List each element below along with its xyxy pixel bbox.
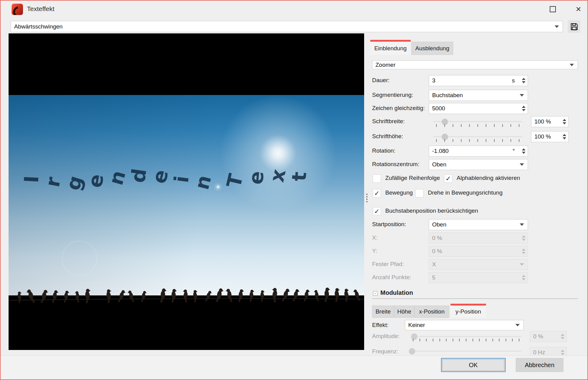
schriftbreite-value-field[interactable]: 100 % [531, 116, 569, 127]
frequenz-value: 0 Hz [533, 349, 545, 355]
spin-down-icon [563, 137, 566, 139]
spin-up-icon [561, 334, 564, 336]
dropdown-arrow-icon [515, 324, 520, 326]
frequenz-label: Frequenz: [372, 348, 398, 355]
x-label: X: [372, 234, 378, 241]
spin-down-icon [563, 122, 566, 124]
y-spinner [522, 248, 526, 255]
anzahl-punkte-label: Anzahl Punkte: [372, 274, 411, 281]
zeichen-gleichzeitig-spinner[interactable] [522, 105, 526, 112]
schrifthoehe-value-field[interactable]: 100 % [531, 131, 569, 142]
modulation-title: Modulation [380, 289, 413, 296]
cancel-button[interactable]: Abbrechen [516, 358, 564, 372]
spin-down-icon [522, 152, 526, 154]
ok-button[interactable]: OK [441, 358, 506, 372]
app-icon [12, 4, 23, 15]
dropdown-arrow-icon [520, 163, 524, 166]
modtab-y-position[interactable]: y-Position [450, 306, 486, 318]
birds-on-wire [9, 285, 364, 314]
modtab-breite[interactable]: Breite [372, 306, 394, 318]
modtab-hoehe[interactable]: Höhe [394, 306, 414, 318]
schriftbreite-label: Schriftbreite: [372, 118, 405, 125]
anzahl-punkte-field: 5 [429, 272, 528, 283]
zufaellige-reihenfolge-label: Zufällige Reihenfolge [385, 175, 440, 181]
close-button[interactable]: ✕ [571, 2, 586, 16]
schrifthoehe-ticks [436, 139, 519, 142]
title-bar[interactable]: Texteffekt ✕ [1, 1, 587, 18]
video-preview-canvas: Irgendein Text [9, 33, 364, 350]
frequenz-value-field: 0 Hz [530, 347, 567, 355]
dauer-value: 3 [432, 77, 435, 84]
schriftbreite-ticks [436, 124, 519, 127]
effekt-value: Keiner [408, 322, 425, 329]
collapse-icon[interactable]: − [373, 291, 378, 296]
amplitude-value-field: 0 % [530, 331, 567, 342]
close-icon: ✕ [575, 5, 581, 13]
schrifthoehe-label: Schrifthöhe: [372, 133, 403, 140]
fester-pfad-value: X [432, 261, 436, 268]
dropdown-arrow-icon [570, 64, 574, 66]
splitter-drag-handle-icon[interactable] [366, 193, 368, 203]
frequenz-slider-thumb [409, 348, 415, 355]
rotation-unit: ° [512, 148, 515, 154]
startposition-label: Startposition: [372, 221, 406, 228]
schrifthoehe-spinner[interactable] [563, 133, 566, 140]
rotation-spinner[interactable] [522, 148, 526, 154]
rotation-field[interactable]: -1.080 ° [429, 146, 528, 157]
y-value: 0 % [432, 248, 442, 255]
rotation-label: Rotation: [372, 147, 395, 154]
save-preset-button[interactable] [568, 20, 580, 33]
zeichen-gleichzeitig-value: 5000 [432, 105, 445, 112]
dropdown-arrow-icon [555, 25, 559, 28]
fester-pfad-label: Fester Pfad: [372, 261, 404, 268]
rotationszentrum-label: Rotationszentrum: [372, 161, 419, 168]
spin-up-icon [561, 350, 564, 352]
spin-up-icon [522, 235, 526, 238]
dauer-field[interactable]: 3 s [429, 75, 528, 86]
spin-up-icon [563, 134, 566, 136]
bewegung-label: Bewegung [385, 189, 413, 196]
segmentierung-combobox[interactable]: Buchstaben [429, 90, 528, 101]
tab-ausblendung[interactable]: Ausblendung [411, 42, 453, 55]
schriftbreite-value: 100 % [534, 118, 551, 125]
anzahl-punkte-value: 5 [432, 274, 435, 281]
maximize-button[interactable] [546, 2, 560, 16]
effect-type-value: Zoomer [375, 62, 395, 68]
spin-down-icon [522, 239, 526, 241]
effekt-combobox[interactable]: Keiner [405, 320, 524, 330]
amplitude-label: Amplitude: [372, 333, 400, 340]
maximize-icon [550, 6, 556, 12]
buchstabenposition-label: Buchstabenposition berücksichtigen [385, 207, 478, 214]
effekt-label: Effekt: [372, 322, 389, 329]
rotationszentrum-combobox[interactable]: Oben [429, 159, 528, 170]
tab-einblendung[interactable]: Einblendung [370, 42, 411, 55]
segmentierung-label: Segmentierung: [372, 92, 413, 98]
schrifthoehe-value: 100 % [534, 133, 551, 140]
spin-down-icon [522, 252, 526, 254]
spin-up-icon [522, 275, 526, 277]
checkbox-buchstabenposition[interactable]: ✓ [373, 207, 381, 215]
rotationszentrum-value: Oben [432, 161, 446, 168]
frequenz-slider-track [411, 351, 521, 352]
checkbox-bewegung[interactable]: ✓ [373, 189, 381, 197]
modtab-x-position[interactable]: x-Position [414, 306, 449, 318]
checkbox-zufaellige-reihenfolge[interactable] [373, 174, 381, 183]
section-divider [372, 298, 578, 299]
window-title: Texteffekt [27, 5, 55, 13]
dauer-spinner[interactable] [522, 77, 526, 84]
checkbox-drehe-in-bewegungsrichtung[interactable] [415, 189, 424, 197]
checkbox-alphablending[interactable]: ✓ [444, 174, 452, 183]
x-value: 0 % [432, 235, 442, 241]
frequenz-row-clipped: Frequenz: 0 Hz [365, 343, 579, 355]
zeichen-gleichzeitig-field[interactable]: 5000 [429, 103, 528, 114]
preset-combobox[interactable]: Abwärtsschwingen [11, 21, 563, 32]
rotation-value: -1.080 [432, 148, 449, 154]
dauer-label: Dauer: [372, 77, 390, 84]
schriftbreite-spinner[interactable] [563, 118, 566, 125]
startposition-combobox[interactable]: Oben [429, 219, 528, 230]
amplitude-ticks [413, 339, 519, 341]
drehe-in-bewegungsrichtung-label: Drehe in Bewegungsrichtung [428, 189, 503, 196]
startposition-value: Oben [432, 221, 446, 228]
effect-type-combobox[interactable]: Zoomer [372, 60, 578, 69]
dropdown-arrow-icon [520, 263, 524, 266]
